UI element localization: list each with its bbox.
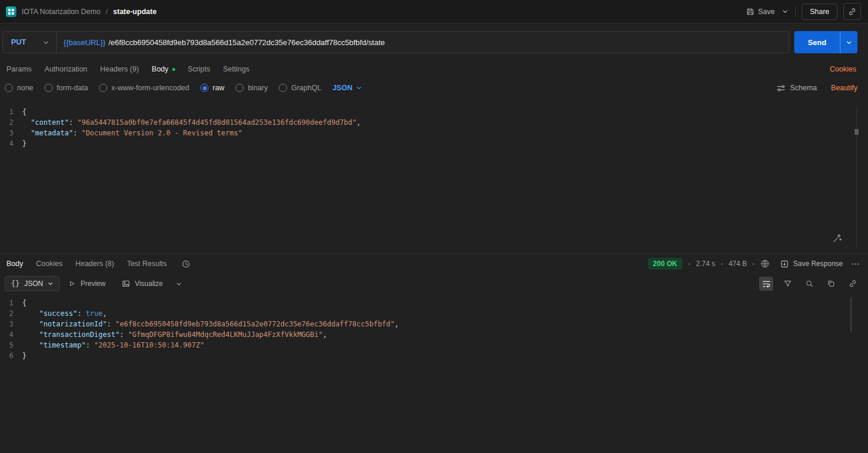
body-mode-form-data[interactable]: form-data xyxy=(45,84,88,92)
response-size[interactable]: 474 B xyxy=(729,260,747,268)
url-path: /e6f8ccb6950458fd9eb793d8a566d15a2e0772d… xyxy=(108,38,385,47)
breadcrumb-separator: / xyxy=(106,8,108,16)
line-number: 1 xyxy=(0,107,22,117)
request-body-code: 1{2 "content": "96a5447815a0bf0e7efa6684… xyxy=(0,107,868,149)
globe-icon xyxy=(760,259,770,268)
request-body-editor[interactable]: 1{2 "content": "96a5447815a0bf0e7efa6684… xyxy=(0,98,868,254)
more-options-button[interactable] xyxy=(851,260,860,268)
collection-icon xyxy=(6,6,16,17)
response-body-viewer[interactable]: 1{2 "success": true,3 "notarizationId": … xyxy=(0,294,868,453)
response-header: Body Cookies Headers (8) Test Results 20… xyxy=(0,254,868,273)
method-selector[interactable]: PUT xyxy=(3,32,57,53)
response-scrollbar-thumb[interactable] xyxy=(850,298,852,332)
visualize-button[interactable]: Visualize xyxy=(114,276,170,291)
link-button[interactable] xyxy=(846,277,860,291)
topbar-actions: Save Share xyxy=(746,3,861,20)
body-mode-urlencoded[interactable]: x-www-form-urlencoded xyxy=(99,84,189,92)
response-tab-test-results[interactable]: Test Results xyxy=(121,254,173,273)
radio-icon xyxy=(279,84,287,92)
response-pane: Body Cookies Headers (8) Test Results 20… xyxy=(0,254,868,453)
schema-label: Schema xyxy=(790,84,817,92)
postbot-button[interactable] xyxy=(829,230,845,246)
tab-scripts[interactable]: Scripts xyxy=(182,61,217,77)
line-number: 6 xyxy=(0,350,22,361)
topbar: IOTA Notarization Demo / state-update Sa… xyxy=(0,0,868,23)
save-file-icon xyxy=(780,260,789,268)
tab-settings[interactable]: Settings xyxy=(217,61,256,77)
response-toolbar-icons xyxy=(759,277,860,291)
radio-icon xyxy=(235,84,244,92)
status-badge[interactable]: 200 OK xyxy=(648,258,682,270)
response-time[interactable]: 2.74 s xyxy=(696,260,715,268)
schema-button[interactable]: Schema xyxy=(777,84,817,93)
copy-button[interactable] xyxy=(824,277,838,291)
network-info-button[interactable] xyxy=(760,259,770,268)
chevron-down-icon xyxy=(356,85,362,91)
chevron-down-icon xyxy=(43,39,49,46)
chevron-down-icon xyxy=(176,281,182,287)
body-mode-graphql[interactable]: GraphQL xyxy=(279,84,321,92)
save-response-button[interactable]: Save Response xyxy=(780,260,843,268)
line-number: 2 xyxy=(0,308,22,319)
view-options-chevron[interactable] xyxy=(172,281,186,287)
code-line: 3 "metadata": "Document Version 2.0 - Re… xyxy=(0,128,868,138)
share-button[interactable]: Share xyxy=(802,4,838,20)
code-line: 6} xyxy=(0,350,868,361)
code-line: 1{ xyxy=(0,298,868,308)
body-mode-none[interactable]: none xyxy=(5,84,33,92)
editor-scrollbar[interactable] xyxy=(856,107,857,248)
response-tab-cookies[interactable]: Cookies xyxy=(30,254,69,273)
wrap-text-button[interactable] xyxy=(759,277,773,291)
url-input[interactable]: {{baseURL}} /e6f8ccb6950458fd9eb793d8a56… xyxy=(57,38,392,47)
code-line: 4} xyxy=(0,138,868,149)
response-history-button[interactable] xyxy=(182,260,190,268)
radio-label: x-www-form-urlencoded xyxy=(111,84,189,92)
url-control: PUT {{baseURL}} /e6f8ccb6950458fd9eb793d… xyxy=(2,31,790,53)
get-link-button[interactable] xyxy=(843,3,861,20)
body-mode-binary[interactable]: binary xyxy=(235,84,268,92)
response-tab-headers[interactable]: Headers (8) xyxy=(69,254,121,273)
breadcrumb: IOTA Notarization Demo / state-update xyxy=(6,6,156,17)
save-options-chevron[interactable] xyxy=(781,7,790,16)
search-button[interactable] xyxy=(802,277,816,291)
breadcrumb-request-name[interactable]: state-update xyxy=(113,8,156,16)
response-format-selector[interactable]: {} JSON xyxy=(5,276,60,291)
code-line: 2 "content": "96a5447815a0bf0e7efa66845f… xyxy=(0,117,868,128)
sliders-icon xyxy=(777,84,785,93)
radio-label: GraphQL xyxy=(291,84,321,92)
body-modified-dot xyxy=(172,68,175,71)
send-button[interactable]: Send xyxy=(794,31,840,53)
tab-headers[interactable]: Headers (9) xyxy=(94,61,145,77)
code-line: 3 "notarizationId": "e6f8ccb6950458fd9eb… xyxy=(0,319,868,329)
language-selector[interactable]: JSON xyxy=(333,84,362,92)
editor-scrollbar-thumb[interactable] xyxy=(855,129,859,135)
tab-label: Body xyxy=(152,65,169,73)
topbar-divider xyxy=(795,6,796,17)
copy-icon xyxy=(827,280,835,288)
response-toolbar: {} JSON Preview Visualize xyxy=(0,273,868,294)
radio-icon xyxy=(5,84,13,92)
format-label: JSON xyxy=(24,280,43,288)
preview-button[interactable]: Preview xyxy=(61,276,113,291)
body-mode-row: none form-data x-www-form-urlencoded raw… xyxy=(0,77,868,98)
chevron-down-icon xyxy=(846,39,852,46)
cookies-link[interactable]: Cookies xyxy=(830,65,856,73)
meta-separator-dot xyxy=(753,263,754,265)
response-meta: 200 OK 2.74 s 474 B Save Response xyxy=(648,258,860,270)
body-mode-raw[interactable]: raw xyxy=(200,84,224,92)
response-tab-body[interactable]: Body xyxy=(0,254,30,273)
send-options-chevron[interactable] xyxy=(840,31,857,53)
save-icon xyxy=(746,8,754,16)
breadcrumb-collection[interactable]: IOTA Notarization Demo xyxy=(22,8,101,16)
tab-authorization[interactable]: Authorization xyxy=(38,61,94,77)
save-button[interactable]: Save xyxy=(746,8,775,16)
filter-button[interactable] xyxy=(781,277,795,291)
line-number: 2 xyxy=(0,117,22,128)
tab-body[interactable]: Body xyxy=(145,61,182,77)
beautify-button[interactable]: Beautify xyxy=(831,84,857,92)
visualize-label: Visualize xyxy=(135,280,163,288)
language-label: JSON xyxy=(333,84,353,92)
clock-history-icon xyxy=(182,260,190,268)
tab-params[interactable]: Params xyxy=(0,61,38,77)
url-row: PUT {{baseURL}} /e6f8ccb6950458fd9eb793d… xyxy=(0,23,868,61)
